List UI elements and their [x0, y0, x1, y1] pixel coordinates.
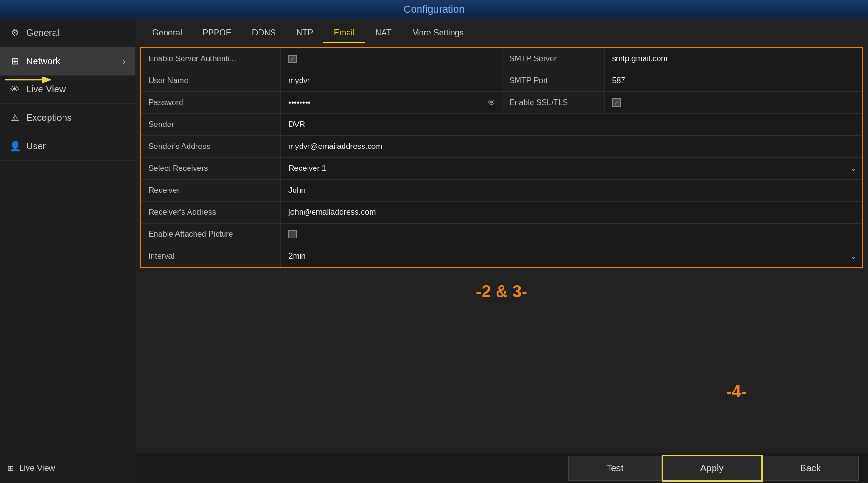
label-enable-auth: Enable Server Authenti...: [141, 48, 281, 70]
row-senders-address: Sender's Address mydvr@emailaddress.com: [141, 136, 862, 158]
annotation-step4: -4-: [726, 382, 747, 401]
gear-icon: ⚙: [9, 27, 21, 38]
value-sender: DVR: [281, 115, 862, 134]
tab-general[interactable]: General: [142, 23, 192, 43]
sidebar-item-user[interactable]: 👤 User: [0, 132, 135, 161]
bottom-buttons: Test Apply Back: [135, 455, 868, 482]
title-bar: Configuration: [0, 0, 868, 19]
annotation-step23: -2 & 3-: [140, 268, 863, 301]
sidebar-item-exceptions[interactable]: ⚠ Exceptions: [0, 104, 135, 132]
tab-bar: General PPPOE DDNS NTP Email NAT More Se…: [140, 23, 863, 43]
email-form: Enable Server Authenti... SMTP Server sm…: [140, 47, 863, 268]
tab-email[interactable]: Email: [323, 23, 365, 43]
apply-button[interactable]: Apply: [662, 455, 763, 482]
value-receiver: John: [281, 181, 862, 200]
network-icon: ⊞: [9, 56, 21, 67]
sidebar: ⚙ General ⊞ Network › 👁 Live View ⚠ Ex: [0, 19, 135, 453]
sidebar-label-user: User: [26, 141, 46, 152]
tab-pppoe[interactable]: PPPOE: [192, 23, 242, 43]
label-enable-attached: Enable Attached Picture: [141, 224, 281, 245]
value-senders-address: mydvr@emailaddress.com: [281, 137, 862, 156]
label-select-receivers: Select Receivers: [141, 158, 281, 179]
annotation-arrow: [2, 70, 58, 89]
sidebar-label-network: Network: [26, 56, 60, 67]
label-ssl-tls: Enable SSL/TLS: [502, 92, 605, 113]
sidebar-item-general[interactable]: ⚙ General: [0, 19, 135, 47]
tab-ddns[interactable]: DDNS: [242, 23, 286, 43]
bottom-live-label: Live View: [19, 463, 55, 473]
value-smtp-server: smtp.gmail.com: [605, 49, 863, 68]
bottom-sidebar: ⊞ Live View: [0, 453, 135, 483]
label-smtp-port: SMTP Port: [502, 70, 605, 91]
sidebar-item-network[interactable]: ⊞ Network ›: [0, 47, 135, 76]
value-enable-auth: [281, 50, 502, 68]
checkbox-ssl-tls[interactable]: [612, 98, 621, 107]
value-ssl-tls: [605, 94, 863, 112]
back-button[interactable]: Back: [763, 456, 859, 481]
label-smtp-server: SMTP Server: [502, 48, 605, 70]
label-username: User Name: [141, 70, 281, 91]
row-select-receivers: Select Receivers Receiver 1 ⌄: [141, 158, 862, 180]
bottom-bar: ⊞ Live View Test Apply Back: [0, 453, 868, 483]
label-interval: Interval: [141, 245, 281, 267]
value-password: •••••••• 👁: [281, 93, 502, 112]
value-enable-attached: [281, 225, 862, 243]
value-receivers-address: john@emailaddress.com: [281, 203, 862, 222]
test-button[interactable]: Test: [568, 456, 662, 481]
title-text: Configuration: [404, 3, 465, 15]
value-interval[interactable]: 2min ⌄: [281, 247, 862, 266]
sidebar-label-exceptions: Exceptions: [26, 112, 72, 123]
tab-moresettings[interactable]: More Settings: [402, 23, 474, 43]
user-icon: 👤: [9, 140, 21, 152]
checkbox-attached-picture[interactable]: [288, 230, 297, 238]
row-username: User Name mydvr SMTP Port 587: [141, 70, 862, 92]
tab-ntp[interactable]: NTP: [286, 23, 323, 43]
label-sender: Sender: [141, 114, 281, 135]
dropdown-arrow-interval: ⌄: [850, 252, 857, 261]
value-smtp-port: 587: [605, 71, 863, 90]
main-content: General PPPOE DDNS NTP Email NAT More Se…: [135, 19, 868, 453]
bottom-live-icon: ⊞: [7, 464, 14, 473]
row-sender: Sender DVR: [141, 114, 862, 136]
row-interval: Interval 2min ⌄: [141, 245, 862, 267]
row-enable-attached-picture: Enable Attached Picture: [141, 224, 862, 245]
label-senders-address: Sender's Address: [141, 136, 281, 157]
row-password: Password •••••••• 👁 Enable SSL/TLS: [141, 92, 862, 114]
row-receivers-address: Receiver's Address john@emailaddress.com: [141, 202, 862, 224]
row-enable-auth: Enable Server Authenti... SMTP Server sm…: [141, 48, 862, 70]
sidebar-label-general: General: [26, 28, 59, 38]
dropdown-arrow-receivers: ⌄: [850, 164, 857, 174]
chevron-right-icon: ›: [122, 56, 126, 67]
label-password: Password: [141, 92, 281, 113]
warning-icon: ⚠: [9, 112, 21, 123]
row-receiver: Receiver John: [141, 180, 862, 202]
checkbox-enable-auth[interactable]: [288, 55, 297, 63]
value-select-receivers[interactable]: Receiver 1 ⌄: [281, 159, 862, 178]
label-receivers-address: Receiver's Address: [141, 202, 281, 223]
value-username: mydvr: [281, 71, 502, 90]
label-receiver: Receiver: [141, 180, 281, 201]
tab-nat[interactable]: NAT: [365, 23, 402, 43]
eye-toggle-icon[interactable]: 👁: [488, 98, 496, 108]
